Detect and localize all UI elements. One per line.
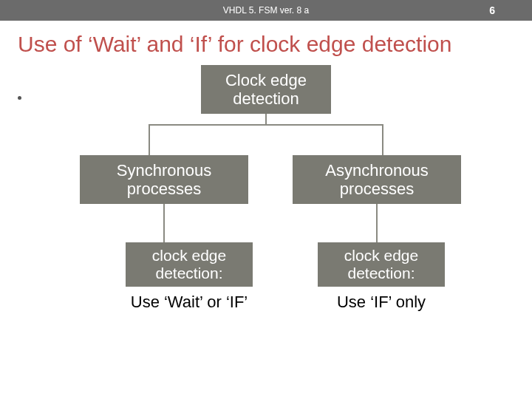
connector-line [149,124,383,126]
connector-line [265,114,267,124]
connector-line [149,124,150,155]
header-bar: VHDL 5. FSM ver. 8 a 6 [0,0,532,21]
diagram-container: Clock edge detection Synchronous process… [0,65,532,361]
slide-title: Use of ‘Wait’ and ‘If’ for clock edge de… [0,21,532,65]
node-asynchronous: Asynchronous processes [293,155,461,204]
connector-line [382,124,383,155]
connector-line [163,204,165,242]
node-detection-left: clock edge detection: [126,242,253,287]
node-detection-right: clock edge detection: [318,242,445,287]
header-title: VHDL 5. FSM ver. 8 a [223,5,309,16]
connector-line [376,204,378,242]
node-root: Clock edge detection [201,65,331,114]
caption-right: Use ‘IF’ only [307,293,455,312]
caption-left: Use ‘Wait’ or ‘IF’ [115,293,263,312]
page-number: 6 [489,4,495,16]
node-synchronous: Synchronous processes [80,155,248,204]
